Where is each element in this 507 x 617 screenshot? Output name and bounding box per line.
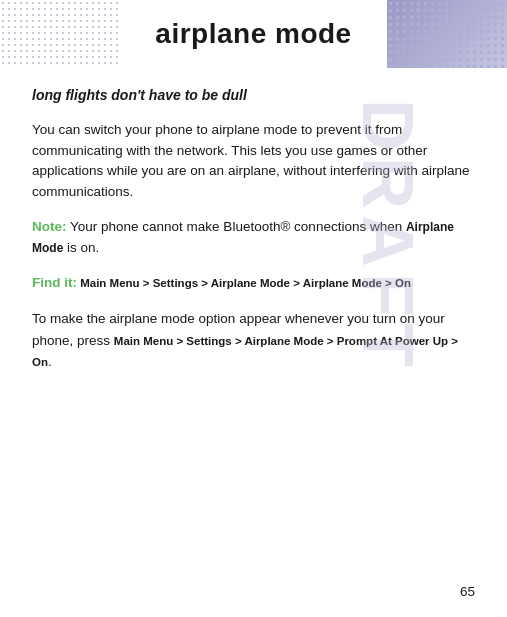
note-suffix: is on. xyxy=(63,240,99,255)
note-text: Your phone cannot make Bluetooth® connec… xyxy=(67,219,406,234)
paragraph-2-suffix: . xyxy=(48,354,52,369)
header-bg-left xyxy=(0,0,120,68)
page-content: DRAFT long flights don't have to be dull… xyxy=(0,68,507,405)
find-it-label: Find it: xyxy=(32,275,77,290)
page-subtitle: long flights don't have to be dull xyxy=(32,86,475,106)
find-it-block: Find it: Main Menu > Settings > Airplane… xyxy=(32,273,475,294)
note-label: Note: xyxy=(32,219,67,234)
paragraph-2: To make the airplane mode option appear … xyxy=(32,308,475,373)
header-bg-right xyxy=(387,0,507,68)
note-block: Note: Your phone cannot make Bluetooth® … xyxy=(32,217,475,259)
page-number: 65 xyxy=(460,584,475,599)
page-title: airplane mode xyxy=(155,18,351,50)
page-header: airplane mode xyxy=(0,0,507,68)
find-it-path: Main Menu > Settings > Airplane Mode > A… xyxy=(77,277,411,289)
paragraph-1: You can switch your phone to airplane mo… xyxy=(32,120,475,204)
